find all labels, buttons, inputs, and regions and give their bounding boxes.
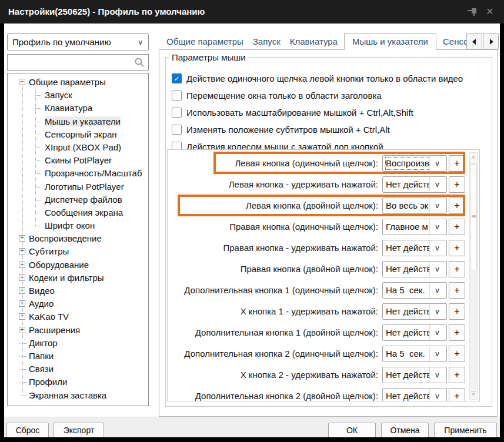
tree-item-13[interactable]: +Субтитры (8, 245, 148, 258)
action-dropdown-0[interactable]: Воспроизвv (382, 155, 447, 172)
tree-item-7[interactable]: Прозрачность/Масштаб (8, 167, 148, 180)
expand-icon[interactable]: + (19, 327, 25, 333)
add-action-button-2[interactable]: + (449, 197, 465, 214)
reset-button[interactable]: Сброс (6, 423, 49, 438)
checkbox-row-2[interactable]: Использовать масштабирование мышкой + Ct… (172, 106, 413, 118)
tree-item-23[interactable]: Профили (8, 376, 148, 389)
add-action-button-9[interactable]: + (449, 346, 465, 362)
tab-keyboard[interactable]: Клавиатура (285, 34, 342, 50)
tree-item-21[interactable]: Папки (8, 350, 148, 363)
close-icon[interactable]: ✕ (484, 5, 496, 18)
expand-icon[interactable]: + (19, 313, 25, 320)
tree-item-6[interactable]: Скины PotPlayer (8, 154, 148, 167)
tab-launch[interactable]: Запуск (248, 34, 285, 50)
action-dropdown-10[interactable]: Нет действv (382, 367, 447, 383)
search-input[interactable] (10, 56, 128, 69)
expand-icon[interactable]: + (19, 300, 25, 307)
apply-button[interactable]: Применить (434, 423, 497, 438)
tree-item-label: Сенсорный экран (45, 129, 117, 139)
titlebar[interactable]: Настройки(250625) - Профиль по умолчанию… (0, 0, 504, 24)
dropdown-value: Нет действ (386, 179, 429, 190)
add-action-button-10[interactable]: + (449, 367, 465, 383)
expand-icon[interactable]: + (19, 274, 25, 281)
add-action-button-7[interactable]: + (449, 303, 465, 320)
search-icon (134, 57, 145, 68)
tab-scroll-right-button[interactable] (483, 34, 499, 49)
tree-item-label: Клавиатура (45, 103, 92, 113)
chevron-down-icon: v (139, 34, 143, 51)
add-action-button-1[interactable]: + (449, 176, 465, 193)
tree-item-15[interactable]: +Кодеки и фильтры (8, 272, 148, 284)
chevron-down-icon: v (429, 346, 445, 361)
mouse-action-label: Дополнительная кнопка 2 (одиночный щелчо… (171, 346, 378, 362)
tab-mouse[interactable]: Мышь и указатели (344, 33, 436, 50)
tree-item-18[interactable]: +KaKao TV (8, 310, 148, 323)
checkbox-row-0[interactable]: ✓Действие одиночного щелчка левой кнопки… (172, 72, 463, 84)
tree-item-label: Запуск (45, 90, 72, 100)
tree-item-24[interactable]: Экранная заставка (8, 389, 148, 402)
tree-item-label: Экранная заставка (29, 390, 106, 400)
tree-item-11[interactable]: Шрифт окон (8, 219, 148, 232)
tree-item-label: Логотипы PotPlayer (45, 182, 124, 192)
tree-item-4[interactable]: Сенсорный экран (8, 128, 148, 141)
action-dropdown-5[interactable]: Нет действv (382, 261, 447, 277)
action-dropdown-3[interactable]: Главное мv (382, 219, 447, 235)
mouse-action-row-8: Дополнительная кнопка 1 (двойной щелчок)… (168, 324, 479, 341)
tree-item-17[interactable]: +Аудио (8, 297, 148, 310)
tree-item-label: Скины PotPlayer (45, 155, 112, 165)
tree-item-22[interactable]: Связи (8, 363, 148, 376)
tree-item-16[interactable]: +Видео (8, 284, 148, 297)
action-dropdown-1[interactable]: Нет действv (382, 176, 447, 193)
mouse-action-row-10: X кнопка 2 - удерживать нажатой:Нет дейс… (168, 367, 479, 383)
tree-item-10[interactable]: Сообщения экрана (8, 206, 148, 219)
scrollbar-grip-icon (472, 215, 476, 216)
expand-icon[interactable]: + (19, 287, 25, 294)
action-dropdown-9[interactable]: На 5 сек.v (382, 346, 447, 362)
checkbox-row-1[interactable]: Перемещение окна только в области заголо… (172, 89, 382, 101)
unchecked-checkbox[interactable] (172, 108, 182, 118)
collapse-icon[interactable]: − (19, 79, 25, 85)
add-action-button-4[interactable]: + (449, 240, 465, 256)
checked-checkbox[interactable]: ✓ (172, 73, 182, 83)
checkbox-row-3[interactable]: Изменять положение субтитров мышкой + Ct… (172, 123, 390, 135)
action-dropdown-7[interactable]: Нет действv (382, 303, 447, 320)
tree-item-19[interactable]: +Расширения (8, 324, 148, 337)
tree-item-label: Папки (29, 351, 54, 361)
tree-item-8[interactable]: Логотипы PotPlayer (8, 180, 148, 193)
cancel-button[interactable]: Отмена (381, 423, 429, 438)
tree-item-2[interactable]: Клавиатура (8, 102, 148, 115)
tree-item-12[interactable]: +Воспроизведение (8, 232, 148, 245)
profile-select[interactable]: Профиль по умолчанию v (7, 34, 149, 51)
unchecked-checkbox[interactable] (172, 125, 182, 135)
tree-item-20[interactable]: Диктор (8, 337, 148, 350)
expand-icon[interactable]: + (19, 235, 25, 242)
tab-scroll-left-button[interactable] (466, 34, 482, 49)
search-box (7, 54, 149, 71)
tree-item-5[interactable]: XInput (XBOX Pad) (8, 141, 148, 154)
action-dropdown-8[interactable]: Нет действv (382, 324, 447, 341)
ok-button[interactable]: ОК (328, 423, 376, 438)
add-action-button-11[interactable]: + (449, 388, 465, 401)
chevron-down-icon: v (429, 389, 445, 401)
tree-item-3[interactable]: Мышь и указатели (8, 115, 148, 128)
add-action-button-8[interactable]: + (449, 324, 465, 341)
action-dropdown-4[interactable]: Нет действv (382, 240, 447, 256)
expand-icon[interactable]: + (19, 262, 25, 268)
tree-item-14[interactable]: +Оборудование (8, 259, 148, 272)
tree-item-1[interactable]: Запуск (8, 89, 148, 102)
action-dropdown-6[interactable]: На 5 сек.v (382, 282, 447, 299)
add-action-button-3[interactable]: + (449, 219, 465, 235)
pin-icon[interactable] (466, 7, 478, 16)
add-action-button-0[interactable]: + (449, 155, 465, 172)
add-action-button-5[interactable]: + (449, 261, 465, 277)
expand-icon[interactable]: + (19, 248, 25, 255)
mouse-action-row-5: Правая кнопка (двойной щелчок):Нет дейст… (168, 261, 479, 277)
add-action-button-6[interactable]: + (449, 282, 465, 299)
action-dropdown-11[interactable]: Нет действv (382, 388, 447, 401)
action-dropdown-2[interactable]: Во весь экv (382, 197, 447, 214)
tree-item-0[interactable]: −Общие параметры (8, 76, 148, 89)
tree-item-9[interactable]: Диспетчер файлов (8, 193, 148, 206)
export-button[interactable]: Экспорт (54, 423, 104, 438)
tab-general[interactable]: Общие параметры (162, 34, 248, 50)
unchecked-checkbox[interactable] (172, 91, 182, 101)
